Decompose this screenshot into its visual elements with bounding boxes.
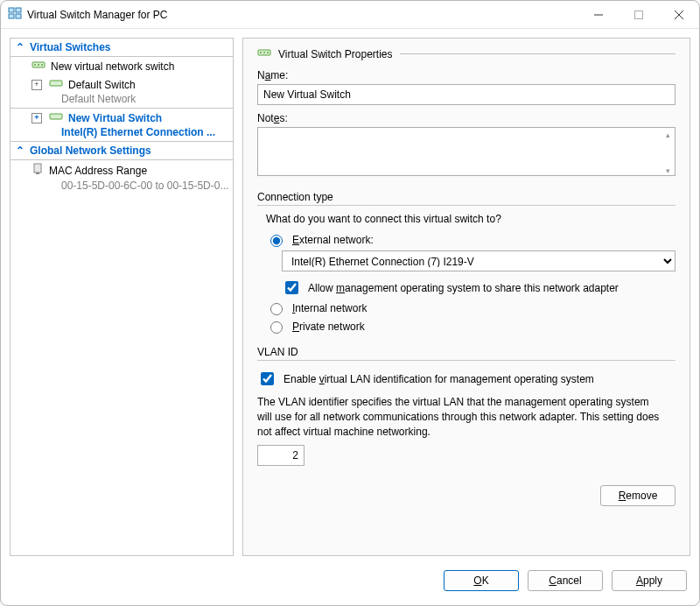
connection-type-title: Connection type [257,191,676,203]
svg-point-18 [263,52,265,53]
vlan-enable-label: Enable virtual LAN identification for ma… [284,373,594,385]
switch-icon [49,78,63,91]
properties-panel: Virtual Switch Properties Name: Notes: ▴… [242,38,690,556]
switch-icon [32,60,46,73]
internal-network-radio[interactable]: Internal network [266,300,676,315]
name-label: Name: [257,69,676,81]
tree-item-sublabel: Intel(R) Ethernet Connection ... [26,125,233,139]
svg-rect-13 [50,114,62,119]
private-radio-input[interactable] [270,321,283,334]
section-label: Virtual Switches [30,41,110,53]
notes-textarea[interactable] [257,127,676,176]
allow-mgmt-checkbox[interactable] [285,281,298,294]
notes-label: Notes: [257,112,676,124]
svg-rect-14 [34,164,41,173]
tree-item-label: New Virtual Switch [68,112,162,124]
vlan-id-input[interactable] [257,445,304,466]
svg-rect-2 [9,14,14,18]
allow-mgmt-checkbox-row[interactable]: Allow management operating system to sha… [282,278,676,297]
window-title: Virtual Switch Manager for PC [27,9,168,21]
svg-rect-3 [16,14,21,18]
vlan-title: VLAN ID [257,346,676,358]
divider [400,53,676,54]
external-radio-label: External network: [292,234,374,246]
external-options: Intel(R) Ethernet Connection (7) I219-V … [282,250,676,297]
external-radio-input[interactable] [270,235,283,247]
tree-item-sublabel: Default Network [26,92,233,106]
tree-item-label: MAC Address Range [49,165,147,177]
external-network-radio[interactable]: External network: [266,232,676,247]
allow-mgmt-label: Allow management operating system to sha… [308,282,619,294]
connection-question: What do you want to connect this virtual… [266,213,676,225]
svg-rect-0 [9,8,14,12]
tree-section-global[interactable]: ⌃ Global Network Settings [10,142,233,160]
titlebar: Virtual Switch Manager for PC [1,1,699,29]
tree-item-new-virtual-switch[interactable]: + New Virtual Switch Intel(R) Ethernet C… [10,108,233,142]
internal-radio-input[interactable] [270,303,283,315]
name-input[interactable] [257,84,676,105]
nic-icon [32,163,44,178]
body: ⌃ Virtual Switches New virtual network s… [1,29,699,565]
svg-rect-1 [16,8,21,12]
tree-item-default-switch[interactable]: + Default Switch Default Network [10,75,233,108]
dialog-footer: OK Cancel Apply [1,565,699,605]
svg-point-19 [267,52,269,53]
svg-point-10 [38,64,39,66]
private-network-radio[interactable]: Private network [266,319,676,334]
switch-icon [49,111,63,124]
cancel-button[interactable]: Cancel [528,570,603,591]
close-button[interactable] [659,1,699,29]
tree-item-label: New virtual network switch [51,60,174,73]
svg-rect-12 [50,81,62,86]
minimize-button[interactable] [578,1,619,29]
scroll-down-icon[interactable]: ▾ [662,165,674,177]
tree-section-virtual-switches[interactable]: ⌃ Virtual Switches [10,39,233,57]
svg-rect-15 [36,173,39,174]
svg-point-11 [41,64,43,66]
scroll-up-icon[interactable]: ▴ [662,129,674,141]
collapse-icon: ⌃ [16,144,24,157]
panel-header: Virtual Switch Properties [257,47,676,60]
app-icon [8,6,22,23]
internal-radio-label: Internal network [292,302,367,314]
svg-point-9 [34,64,36,66]
connection-type-group: What do you want to connect this virtual… [257,205,676,334]
ok-button[interactable]: OK [444,570,519,591]
tree-item-new-virtual-switch-action[interactable]: New virtual network switch [10,57,233,75]
apply-button[interactable]: Apply [612,570,687,591]
vlan-description: The VLAN identifier specifies the virtua… [257,395,660,440]
switch-icon [257,47,271,60]
window: Virtual Switch Manager for PC ⌃ Virtual … [0,0,700,606]
sidebar: ⌃ Virtual Switches New virtual network s… [10,38,234,556]
vlan-enable-checkbox-row[interactable]: Enable virtual LAN identification for ma… [257,370,676,388]
vlan-group: Enable virtual LAN identification for ma… [257,360,676,466]
vlan-enable-checkbox[interactable] [261,372,274,385]
tree-item-sublabel: 00-15-5D-00-6C-00 to 00-15-5D-0... [26,179,233,193]
private-radio-label: Private network [292,321,365,333]
panel-title: Virtual Switch Properties [278,48,393,60]
svg-rect-5 [635,11,643,18]
collapse-icon: ⌃ [16,41,24,53]
section-label: Global Network Settings [30,144,151,157]
adapter-select[interactable]: Intel(R) Ethernet Connection (7) I219-V [282,250,676,271]
name-field: Name: [257,69,676,105]
svg-point-17 [260,52,262,53]
expand-icon[interactable]: + [32,80,42,90]
maximize-button[interactable] [619,1,659,29]
expand-icon[interactable]: + [32,113,42,123]
remove-button[interactable]: Remove [600,485,676,506]
tree-item-mac-range[interactable]: MAC Address Range 00-15-5D-00-6C-00 to 0… [10,160,233,194]
notes-field: Notes: ▴ ▾ [257,112,676,179]
tree-item-label: Default Switch [68,79,136,91]
